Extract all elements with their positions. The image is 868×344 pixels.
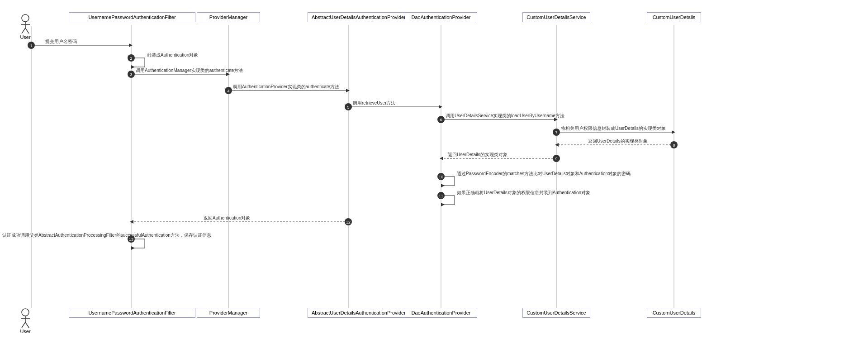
svg-line-72 <box>25 28 29 33</box>
svg-point-18 <box>128 71 135 78</box>
dao-provider-label-top: DaoAuthenticationProvider <box>412 14 471 20</box>
user-details-service-label-top: CustomUserDetailsService <box>526 14 586 20</box>
svg-text:6: 6 <box>440 118 442 122</box>
svg-marker-55 <box>441 203 445 206</box>
arrows-svg: 1 提交用户名密码 2 封装成Authentication对象 3 调用Auth… <box>0 0 868 344</box>
user-label-bottom: User <box>19 329 32 334</box>
svg-text:10: 10 <box>439 175 443 179</box>
svg-point-13 <box>128 54 135 62</box>
svg-text:如果正确就将UserDetails对象的权限信息封装到Aut: 如果正确就将UserDetails对象的权限信息封装到Authenticatio… <box>457 190 590 195</box>
svg-point-65 <box>128 235 135 243</box>
svg-text:8: 8 <box>673 143 675 148</box>
svg-text:返回UserDetails的实现类对象: 返回UserDetails的实现类对象 <box>448 152 508 157</box>
svg-text:调用retrieveUser方法: 调用retrieveUser方法 <box>353 100 395 105</box>
svg-text:4: 4 <box>227 89 229 93</box>
filter-label-top: UsernamePasswordAuthenticationFilter <box>88 14 175 20</box>
filter-label-bottom: UsernamePasswordAuthenticationFilter <box>88 310 175 315</box>
svg-text:封装成Authentication对象: 封装成Authentication对象 <box>147 53 198 57</box>
provider-manager-label-top: ProviderManager <box>209 14 247 20</box>
abstract-provider-label-bottom: AbstractUserDetailsAuthenticationProvide… <box>312 310 406 315</box>
svg-marker-32 <box>554 118 558 121</box>
svg-text:通过PasswordEncoder的matches方法比对U: 通过PasswordEncoder的matches方法比对UserDetails… <box>457 171 631 176</box>
svg-marker-8 <box>129 43 133 47</box>
svg-marker-17 <box>226 72 230 76</box>
user-actor-bottom: User <box>19 308 32 334</box>
dao-provider-actor-top: DaoAuthenticationProvider <box>405 12 477 22</box>
svg-text:调用AuthenticationProvider实现类的au: 调用AuthenticationProvider实现类的authenticate… <box>233 84 339 89</box>
svg-marker-42 <box>555 143 559 147</box>
svg-line-76 <box>22 322 25 328</box>
svg-point-61 <box>345 218 352 225</box>
abstract-provider-label-top: AbstractUserDetailsAuthenticationProvide… <box>312 14 406 20</box>
svg-point-73 <box>22 309 29 316</box>
svg-text:11: 11 <box>439 194 443 198</box>
custom-user-details-actor-top: CustomUserDetails <box>647 12 701 22</box>
svg-text:5: 5 <box>347 105 349 110</box>
svg-line-77 <box>25 322 29 328</box>
abstract-provider-actor-bottom: AbstractUserDetailsAuthenticationProvide… <box>308 308 410 318</box>
svg-text:调用AuthenticationManager实现类的aut: 调用AuthenticationManager实现类的authenticate方… <box>136 68 243 73</box>
custom-user-details-label-top: CustomUserDetails <box>653 14 696 20</box>
svg-point-9 <box>28 42 35 49</box>
svg-point-33 <box>437 116 445 123</box>
svg-text:返回UserDetails的实现类对象: 返回UserDetails的实现类对象 <box>588 139 648 143</box>
svg-marker-37 <box>672 130 675 134</box>
user-details-service-actor-top: CustomUserDetailsService <box>522 12 590 22</box>
svg-text:提交用户名密码: 提交用户名密码 <box>45 39 77 44</box>
provider-manager-actor-bottom: ProviderManager <box>197 308 260 318</box>
svg-marker-64 <box>131 246 135 250</box>
svg-point-28 <box>345 103 352 110</box>
svg-point-23 <box>225 87 232 94</box>
abstract-provider-actor-top: AbstractUserDetailsAuthenticationProvide… <box>308 12 410 22</box>
svg-text:13: 13 <box>129 237 133 242</box>
svg-text:12: 12 <box>346 220 351 225</box>
svg-point-68 <box>22 14 29 22</box>
svg-marker-51 <box>441 184 445 187</box>
custom-user-details-actor-bottom: CustomUserDetails <box>647 308 701 318</box>
filter-actor-top: UsernamePasswordAuthenticationFilter <box>69 12 195 22</box>
svg-marker-22 <box>346 89 350 92</box>
provider-manager-actor-top: ProviderManager <box>197 12 260 22</box>
svg-point-43 <box>670 141 678 148</box>
svg-point-38 <box>553 129 560 136</box>
svg-text:将相关用户权限信息封装成UserDetails的实现类对象: 将相关用户权限信息封装成UserDetails的实现类对象 <box>560 126 666 131</box>
svg-marker-27 <box>439 105 442 109</box>
svg-text:1: 1 <box>30 43 32 48</box>
svg-text:7: 7 <box>555 130 557 135</box>
svg-point-56 <box>437 192 445 199</box>
svg-line-71 <box>22 28 25 33</box>
svg-text:认证成功调用父类AbstractAuthentication: 认证成功调用父类AbstractAuthenticationProcessing… <box>2 233 211 238</box>
filter-actor-bottom: UsernamePasswordAuthenticationFilter <box>69 308 195 318</box>
user-label-top: User <box>19 34 32 40</box>
svg-text:2: 2 <box>130 56 132 61</box>
svg-point-52 <box>437 173 445 180</box>
user-actor-top: User <box>19 14 32 40</box>
svg-text:9: 9 <box>555 157 557 161</box>
svg-marker-47 <box>440 157 443 160</box>
svg-point-48 <box>553 155 560 162</box>
svg-marker-12 <box>131 65 135 69</box>
sequence-diagram: 1 提交用户名密码 2 封装成Authentication对象 3 调用Auth… <box>0 0 868 344</box>
dao-provider-label-bottom: DaoAuthenticationProvider <box>412 310 471 315</box>
user-details-service-label-bottom: CustomUserDetailsService <box>526 310 586 315</box>
provider-manager-label-bottom: ProviderManager <box>209 310 247 315</box>
custom-user-details-label-bottom: CustomUserDetails <box>653 310 696 315</box>
svg-text:调用UserDetailsService实现类的loadUs: 调用UserDetailsService实现类的loadUserByUserna… <box>446 113 564 118</box>
dao-provider-actor-bottom: DaoAuthenticationProvider <box>405 308 477 318</box>
svg-text:3: 3 <box>130 72 132 77</box>
user-details-service-actor-bottom: CustomUserDetailsService <box>522 308 590 318</box>
svg-text:返回Authentication对象: 返回Authentication对象 <box>204 215 250 220</box>
svg-marker-60 <box>130 220 133 224</box>
